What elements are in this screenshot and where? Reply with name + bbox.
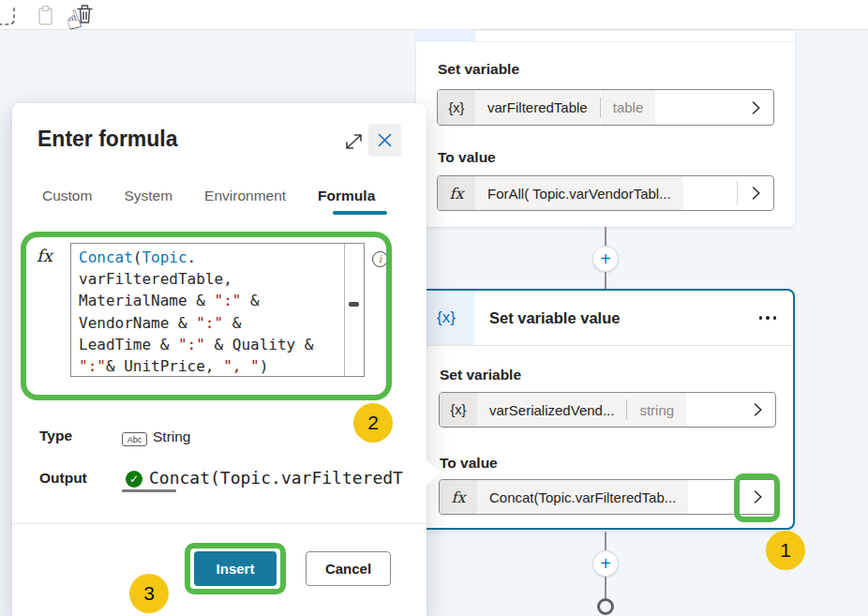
set-variable-node-card: Set variable {x} varFilteredTable table … [416,31,795,227]
paste-icon[interactable] [36,5,56,27]
copy-icon[interactable] [0,6,16,28]
output-value: Concat(Topic.varFilteredT [149,468,425,488]
add-node-button[interactable]: + [592,550,619,577]
output-underline [122,489,176,492]
step-badge-1: 1 [766,531,805,570]
more-menu-icon[interactable] [759,316,794,320]
fx-icon: fx [440,480,477,514]
node-icon-area [416,31,475,42]
flow-connector [605,272,606,289]
set-variable-value-node[interactable]: {x} Set variable value Set variable {x} … [416,289,795,530]
add-node-button[interactable]: + [592,246,619,272]
scrollbar[interactable] [344,244,364,376]
flow-connector [605,577,606,598]
tab-system[interactable]: System [124,188,172,204]
step-badge-2: 2 [353,403,393,443]
to-value-label: To value [438,149,496,166]
fx-icon: fx [37,246,52,265]
tab-custom[interactable]: Custom [42,188,92,204]
check-icon: ✓ [126,471,142,488]
scrollbar-thumb[interactable] [349,302,359,307]
tab-formula[interactable]: Formula [318,188,375,204]
flow-connector [605,532,606,551]
insert-button[interactable]: Insert [194,551,277,586]
variable-type: table [601,90,656,125]
copilot-studio-canvas: ☝ Set variable {x} varFilteredTable tabl… [0,0,868,616]
chevron-right-icon[interactable] [740,480,775,514]
output-label: Output [39,470,87,487]
formula-code[interactable]: Concat(Topic.varFilteredTable,MaterialNa… [79,247,343,376]
active-tab-underline [333,211,387,215]
dialog-tabs: Custom System Environment Formula [42,188,375,204]
info-icon[interactable]: i [372,251,388,267]
variable-type: string [627,393,686,427]
to-value-text: ForAll( Topic.varVendorTabl... [475,176,683,210]
fx-icon: fx [438,176,475,210]
enter-formula-dialog: Enter formula Custom System Environment … [12,103,427,616]
dialog-title: Enter formula [37,127,178,152]
chevron-right-icon[interactable] [738,176,773,210]
node-header: {x} Set variable value [418,291,793,346]
chevron-right-icon[interactable] [740,393,775,427]
node-title: Set variable value [474,309,759,327]
variable-icon: {x} [440,393,477,427]
type-value: String [153,428,191,445]
cancel-button[interactable]: Cancel [306,551,391,586]
to-value-label: To value [440,455,498,472]
tab-environment[interactable]: Environment [204,188,286,204]
end-of-flow-node [597,598,614,615]
canvas-toolbar [0,0,868,30]
variable-picker-field[interactable]: {x} varFilteredTable table [437,89,774,126]
to-value-formula-field[interactable]: fx Concat(Topic.varFilteredTab... [439,479,776,515]
close-button[interactable] [368,124,401,157]
expand-icon[interactable] [344,133,364,151]
variable-icon: {x} [438,90,475,125]
dialog-beak [427,459,440,486]
chevron-right-icon[interactable] [738,90,773,125]
variable-name: varSerializedVend... [477,393,626,427]
to-value-formula-field[interactable]: fx ForAll( Topic.varVendorTabl... [437,175,774,211]
variable-picker-field[interactable]: {x} varSerializedVend... string [439,392,776,428]
set-variable-label: Set variable [438,61,519,78]
variable-name: varFilteredTable [475,90,600,125]
formula-editor[interactable]: Concat(Topic.varFilteredTable,MaterialNa… [70,243,365,377]
step-badge-3: 3 [129,574,169,613]
variable-icon: {x} [418,291,474,345]
abc-string-icon: Abc [122,432,147,446]
to-value-text: Concat(Topic.varFilteredTab... [477,480,688,514]
type-label: Type [39,428,72,444]
node-header-sliver [416,31,795,42]
divider [12,523,427,524]
set-variable-label: Set variable [440,367,521,383]
close-icon [378,133,392,147]
flow-connector [605,227,606,246]
